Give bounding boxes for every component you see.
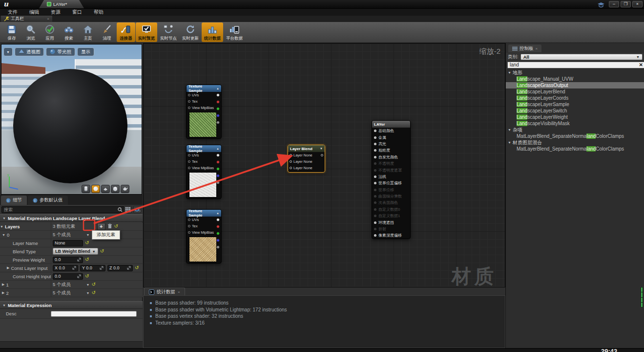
details-visibility-filter-button[interactable] [133, 206, 141, 213]
preview-viewport[interactable]: ▼透视图带光照显示 y [1, 44, 142, 195]
output-pin-b[interactable] [216, 239, 220, 242]
tab-parameter-defaults[interactable]: i 参数默认值 [28, 196, 68, 205]
palette-item-LandscapeLayerBlend[interactable]: LandscapeLayerBlend [506, 88, 644, 95]
viewport-options-button[interactable]: ▼ [3, 47, 13, 56]
input-pin[interactable] [374, 169, 376, 172]
mesh-button-plane[interactable] [101, 185, 110, 193]
input-pin[interactable] [374, 143, 376, 145]
palette-item-LandscapeLayerCoords[interactable]: LandscapeLayerCoords [506, 95, 644, 101]
node-header[interactable]: Texture Sample▲ [187, 145, 221, 152]
reset-icon[interactable]: ↺ [91, 282, 95, 287]
collapse-icon[interactable]: ▲ [216, 212, 219, 215]
palette-tab[interactable]: 控制板 × [508, 44, 541, 52]
chevron-down-icon[interactable]: ▼ [86, 291, 89, 295]
clear-search-icon[interactable]: ✕ [639, 62, 643, 67]
reset-icon[interactable]: ↺ [85, 274, 89, 279]
number-field[interactable]: 0.0 [53, 257, 83, 263]
palette-item-LandscapeLayerSample[interactable]: LandscapeLayerSample [506, 101, 644, 108]
toolbar-button-platform-stats[interactable]: 平台数据 [224, 22, 245, 42]
input-pin[interactable] [188, 167, 190, 169]
toolbar-button-search[interactable]: 搜索 [60, 22, 78, 42]
section-header-landscape-layer-blend[interactable]: ▼ Material Expression Landscape Layer Bl… [0, 214, 143, 222]
reset-icon[interactable]: ↺ [85, 241, 89, 245]
input-pin[interactable] [374, 136, 376, 139]
node-header[interactable]: Layer Blend▼ [288, 145, 325, 152]
tutorial-cap-icon[interactable] [597, 1, 605, 7]
menu-item-file[interactable]: 文件 [2, 9, 23, 16]
input-pin[interactable] [188, 107, 190, 109]
vector-y-field[interactable]: Y 0.0 [80, 265, 105, 271]
input-pin[interactable] [188, 160, 190, 163]
output-pin-rgb[interactable] [216, 93, 220, 97]
node-header[interactable]: Texture Sample▲ [187, 210, 221, 217]
input-pin[interactable] [188, 100, 190, 103]
toolbar-button-live-preview[interactable]: 实时预览 [136, 22, 157, 42]
input-pin[interactable] [374, 176, 376, 178]
palette-item-MatLayerBlend_SeparateNormalandColorClamps[interactable]: MatLayerBlend_SeparateNormalandColorClam… [506, 133, 644, 139]
input-pin[interactable] [188, 231, 190, 234]
collapse-icon[interactable]: ▲ [216, 147, 219, 150]
asset-tab-layer[interactable]: LAYer* [39, 0, 84, 8]
input-pin[interactable] [374, 182, 376, 184]
viewport-button-perspective[interactable]: 透视图 [15, 47, 44, 56]
maximize-button[interactable]: ❐ [621, 1, 631, 7]
output-pin-r[interactable] [216, 225, 220, 228]
node-header[interactable]: Texture Sample▲ [187, 85, 221, 92]
menu-item-edit[interactable]: 编辑 [23, 9, 45, 16]
output-pin-g[interactable] [216, 232, 220, 235]
input-pin[interactable] [188, 219, 190, 221]
output-pin-rgb[interactable] [216, 218, 220, 221]
mesh-button-cylinder[interactable] [82, 185, 90, 193]
chevron-down-icon[interactable]: ▼ [86, 233, 89, 237]
input-pin[interactable] [374, 201, 376, 204]
toolbar-tab[interactable]: 工具栏 × [1, 16, 52, 22]
vector-z-field[interactable]: Z 0.0 [107, 265, 133, 271]
input-pin[interactable] [290, 154, 292, 156]
node-header[interactable]: LAYer [372, 121, 410, 128]
palette-item-MatLayerBlend_SeparateNormalandColorClamps[interactable]: MatLayerBlend_SeparateNormalandColorClam… [506, 146, 644, 152]
collapse-icon[interactable]: ▲ [216, 87, 219, 90]
mesh-button-teapot[interactable] [121, 185, 129, 193]
output-pin-b[interactable] [216, 114, 220, 117]
toolbar-button-save[interactable]: 保存 [2, 22, 21, 42]
collapse-icon[interactable]: ▼ [320, 147, 323, 150]
reset-icon[interactable]: ↺ [135, 265, 139, 270]
output-pin-a[interactable] [216, 181, 220, 184]
input-pin[interactable] [374, 215, 376, 217]
toolbar-button-connectors[interactable]: 连接器 [117, 22, 135, 42]
texture-sample-node[interactable]: Texture Sample▲UVsTexView MipBias [186, 85, 222, 139]
number-field[interactable]: 0.0 [53, 273, 83, 280]
palette-search-input[interactable] [507, 62, 644, 68]
texture-sample-node[interactable]: Texture Sample▲UVsTexView MipBias [186, 145, 222, 199]
desc-input[interactable] [51, 311, 137, 317]
palette-item-LandscapeVisibilityMask[interactable]: LandscapeVisibilityMask [506, 120, 644, 127]
output-pin[interactable] [321, 154, 323, 156]
layer-blend-node[interactable]: Layer Blend▼Layer NoneLayer NoneLayer No… [288, 145, 325, 173]
menu-item-help[interactable]: 帮助 [88, 9, 109, 16]
toolbar-button-live-nodes[interactable]: 实时节点 [158, 22, 179, 42]
input-pin[interactable] [374, 195, 376, 198]
toolbar-button-clean[interactable]: 清理 [98, 22, 116, 42]
output-pin-b[interactable] [216, 174, 220, 177]
texture-sample-node[interactable]: Texture Sample▲UVsTexView MipBias [186, 209, 222, 264]
toolbar-button-apply[interactable]: 应用 [41, 22, 59, 42]
reset-icon[interactable]: ↺ [91, 290, 95, 295]
input-pin[interactable] [374, 149, 376, 152]
output-pin-a[interactable] [216, 121, 220, 124]
reset-icon[interactable]: ↺ [100, 249, 104, 254]
input-pin[interactable] [374, 162, 376, 165]
details-search-input[interactable] [1, 206, 125, 213]
stats-tab[interactable]: 统计数据 × [144, 287, 185, 296]
chevron-down-icon[interactable]: ▼ [86, 283, 89, 286]
palette-group-header[interactable]: ▼地形 [506, 69, 644, 76]
output-pin-r[interactable] [216, 100, 220, 104]
palette-item-Landscape_Manual_UVW[interactable]: Landscape_Manual_UVW [506, 76, 644, 82]
layer-name-field[interactable]: None [53, 240, 83, 246]
viewport-button-show[interactable]: 显示 [77, 47, 94, 56]
input-pin[interactable] [188, 94, 190, 96]
palette-group-header[interactable]: ▼材质图层混合 [506, 139, 644, 146]
add-element-button[interactable]: + [97, 223, 105, 230]
input-pin[interactable] [188, 225, 190, 227]
close-button[interactable]: × [632, 1, 643, 7]
input-pin[interactable] [374, 221, 376, 224]
